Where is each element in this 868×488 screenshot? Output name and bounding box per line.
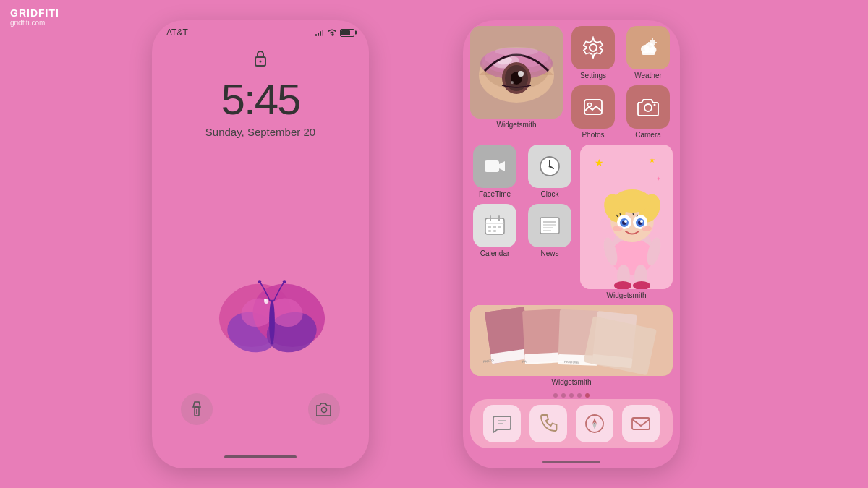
svg-rect-56 [488,230,491,232]
flashlight-button[interactable] [181,393,213,425]
battery-icon [340,29,354,37]
camera-label: Camera [635,131,661,139]
svg-text:★: ★ [649,156,655,164]
photos-label: Photos [582,131,604,139]
news-app[interactable]: News [525,204,574,257]
facetime-icon [473,145,516,188]
mail-dock-icon[interactable] [622,405,660,442]
svg-point-86 [642,226,652,231]
butterfly-image [214,270,330,374]
home-indicator-right [463,455,680,468]
widgetsmith-label: Widgetsmith [496,121,536,129]
svg-point-35 [650,40,655,46]
clock-app[interactable]: Clock [525,145,574,198]
carrier-text: AT&T [166,27,188,38]
svg-point-85 [613,226,623,231]
camera-icon [626,85,670,129]
middle-left-apps: FaceTime Clock [470,145,574,257]
settings-label: Settings [580,72,606,80]
middle-left-row-1: FaceTime Clock [470,145,574,198]
calendar-icon [473,204,516,247]
svg-rect-53 [488,226,491,228]
calendar-label: Calendar [480,249,510,257]
weather-app[interactable]: Weather [624,26,673,80]
powerpuff-widget-app[interactable]: ★ ★ ✦ [580,145,673,299]
svg-point-43 [654,104,656,106]
settings-app[interactable]: Settings [569,26,618,80]
camera-button[interactable] [308,393,340,425]
watermark: GRIDFITI gridfiti.com [10,7,59,27]
svg-point-15 [322,408,327,413]
svg-text:PANTONE: PANTONE [564,360,580,364]
powerpuff-widget: ★ ★ ✦ [580,145,673,289]
svg-text:✦: ✦ [656,176,661,182]
pantone-widget: PANTO PA PANTONE [470,305,673,376]
weather-label: Weather [634,72,662,80]
status-bar: AT&T [152,20,369,40]
svg-point-27 [518,71,524,77]
svg-point-72 [613,189,651,213]
status-icons [315,27,354,38]
news-icon [528,204,571,247]
svg-point-28 [511,81,514,84]
svg-point-79 [624,220,627,223]
lock-date: Sunday, September 20 [205,126,315,138]
calendar-app[interactable]: Calendar [470,204,519,257]
lock-icon [253,49,268,70]
svg-point-48 [549,166,551,168]
dot-2 [561,393,566,398]
news-label: News [540,249,558,257]
lock-time: 5:45 [221,74,300,124]
lock-screen: AT&T [152,20,369,468]
powerpuff-label: Widgetsmith [606,291,646,299]
svg-point-41 [588,103,592,107]
facetime-app[interactable]: FaceTime [470,145,519,198]
bottom-widget-app[interactable]: PANTO PA PANTONE Widgetsmith [470,305,673,386]
top-right-row-1: Settings [569,26,673,80]
widgetsmith-large-app[interactable]: Widgetsmith [470,26,563,129]
wifi-icon [327,27,337,38]
svg-rect-57 [493,230,496,232]
lock-screen-bottom-buttons [152,393,369,425]
weather-icon [626,26,670,69]
signal-icon [315,29,324,36]
svg-rect-55 [498,226,501,228]
svg-point-1 [260,61,262,63]
watermark-subtitle: gridfiti.com [10,19,59,27]
clock-label: Clock [540,190,558,198]
middle-left-row-2: Calendar News [470,204,574,257]
dock [470,399,673,448]
watermark-title: GRIDFITI [10,7,59,19]
svg-point-12 [283,280,286,283]
widgetsmith-eye-widget [470,26,563,119]
svg-point-29 [495,47,538,56]
svg-rect-113 [632,418,650,429]
widget-bottom-label: Widgetsmith [551,378,591,386]
svg-point-80 [640,220,643,223]
page-dots [463,390,680,399]
dot-4 [577,393,582,398]
phone-dock-icon[interactable] [529,405,567,442]
top-right-row-2: Photos Camera [569,85,673,139]
dot-3 [569,393,574,398]
svg-point-42 [644,104,652,111]
svg-point-112 [594,423,596,425]
clock-icon [528,145,571,188]
top-right-apps: Settings [569,26,673,139]
svg-rect-34 [642,51,655,55]
app-row-2: FaceTime Clock [470,145,673,299]
camera-app[interactable]: Camera [624,85,673,139]
svg-point-30 [590,44,597,51]
lockscreen-phone: AT&T [152,20,369,468]
svg-rect-40 [584,100,602,114]
svg-point-9 [264,299,266,301]
safari-dock-icon[interactable] [576,405,613,442]
home-screen: Widgetsmith Settings [463,20,680,390]
svg-rect-44 [485,160,499,172]
settings-icon [571,26,615,69]
messages-dock-icon[interactable] [483,405,521,442]
homescreen-phone: Widgetsmith Settings [463,20,680,468]
svg-point-11 [258,280,262,283]
photos-app[interactable]: Photos [569,85,618,139]
dot-5 [585,393,590,398]
